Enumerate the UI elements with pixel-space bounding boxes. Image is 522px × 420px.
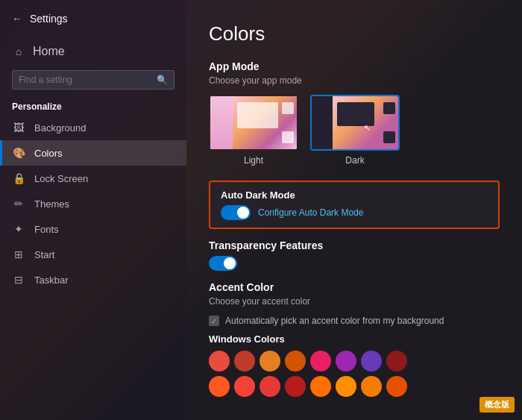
app-mode-title: App Mode (209, 60, 500, 72)
windows-colors-section: Windows Colors (209, 333, 500, 397)
lockscreen-icon: 🔒 (12, 172, 25, 184)
accent-color-title: Accent Color (209, 281, 500, 293)
personalize-label: Personalize (0, 97, 186, 115)
taskbar-icon: ⊟ (12, 274, 25, 286)
accent-color-subtitle: Choose your accent color (209, 296, 500, 307)
color-swatches-row1 (209, 351, 500, 372)
color-swatches-row2 (209, 376, 500, 397)
light-mode-label: Light (244, 155, 263, 166)
themes-label: Themes (34, 198, 69, 210)
color-swatch[interactable] (260, 376, 280, 397)
dark-mode-card[interactable]: ↖ Dark (310, 95, 400, 166)
settings-title: Settings (30, 13, 68, 25)
colors-icon: 🎨 (12, 147, 25, 159)
sidebar-item-taskbar[interactable]: ⊟ Taskbar (0, 267, 186, 292)
sidebar-header: ← Settings (0, 0, 186, 37)
auto-accent-checkbox[interactable]: ✓ (209, 316, 219, 326)
sidebar-item-fonts[interactable]: ✦ Fonts (0, 216, 186, 242)
back-button[interactable]: ← (12, 13, 22, 25)
lockscreen-label: Lock Screen (34, 173, 88, 184)
search-icon: 🔍 (157, 75, 168, 85)
home-icon: ⌂ (12, 46, 25, 57)
sidebar-item-colors[interactable]: 🎨 Colors (0, 140, 186, 166)
windows-colors-label: Windows Colors (209, 333, 500, 345)
configure-auto-dark-link[interactable]: Configure Auto Dark Mode (258, 207, 363, 218)
sidebar-item-lockscreen[interactable]: 🔒 Lock Screen (0, 166, 186, 191)
background-label: Background (34, 122, 86, 134)
auto-dark-mode-box: Auto Dark Mode Configure Auto Dark Mode (209, 181, 500, 229)
dark-mode-label: Dark (345, 155, 364, 166)
color-swatch[interactable] (336, 376, 356, 397)
start-icon: ⊞ (12, 248, 25, 260)
color-swatch[interactable] (234, 351, 255, 372)
auto-dark-title: Auto Dark Mode (221, 189, 488, 201)
accent-color-section: Accent Color Choose your accent color ✓ … (209, 281, 500, 326)
color-swatch[interactable] (234, 376, 255, 397)
light-mode-preview (209, 95, 298, 151)
auto-dark-toggle-row: Configure Auto Dark Mode (221, 205, 488, 220)
taskbar-label: Taskbar (34, 275, 69, 286)
transparency-title: Transparency Features (209, 239, 500, 251)
transparency-section: Transparency Features (209, 239, 500, 271)
color-swatch[interactable] (310, 351, 331, 372)
search-input[interactable] (19, 75, 152, 85)
color-swatch[interactable] (386, 351, 407, 372)
auto-accent-row: ✓ Automatically pick an accent color fro… (209, 316, 500, 326)
color-swatch[interactable] (336, 351, 356, 372)
color-swatch[interactable] (361, 376, 382, 397)
sidebar-item-start[interactable]: ⊞ Start (0, 242, 186, 267)
app-mode-subtitle: Choose your app mode (209, 75, 500, 86)
color-swatch[interactable] (209, 376, 230, 397)
color-swatch[interactable] (310, 376, 331, 397)
app-container: ← Settings ⌂ Home 🔍 Personalize 🖼 Backgr… (0, 0, 522, 420)
fonts-icon: ✦ (12, 223, 25, 235)
start-label: Start (34, 249, 54, 260)
colors-label: Colors (34, 148, 63, 159)
sidebar-item-themes[interactable]: ✏ Themes (0, 191, 186, 216)
color-swatch[interactable] (386, 376, 407, 397)
color-swatch[interactable] (285, 351, 306, 372)
sidebar-item-background[interactable]: 🖼 Background (0, 115, 186, 140)
fonts-label: Fonts (34, 224, 59, 235)
dark-mode-preview: ↖ (310, 95, 400, 151)
color-swatch[interactable] (260, 351, 280, 372)
color-swatch[interactable] (209, 351, 230, 372)
color-swatch[interactable] (285, 376, 306, 397)
light-mode-card[interactable]: Light (209, 95, 298, 166)
search-box[interactable]: 🔍 (12, 70, 174, 90)
page-title: Colors (209, 22, 500, 46)
color-swatch[interactable] (361, 351, 382, 372)
watermark: 概念版 (479, 397, 515, 413)
transparency-toggle[interactable] (209, 256, 237, 271)
home-nav-item[interactable]: ⌂ Home (0, 37, 186, 66)
home-label: Home (33, 45, 65, 58)
sidebar: ← Settings ⌂ Home 🔍 Personalize 🖼 Backgr… (0, 0, 186, 420)
app-mode-row: Light ↖ Dark (209, 95, 500, 166)
auto-dark-toggle[interactable] (221, 205, 251, 220)
themes-icon: ✏ (12, 198, 25, 210)
background-icon: 🖼 (12, 122, 25, 134)
main-content: Colors App Mode Choose your app mode (186, 0, 522, 420)
auto-accent-label: Automatically pick an accent color from … (225, 316, 444, 326)
